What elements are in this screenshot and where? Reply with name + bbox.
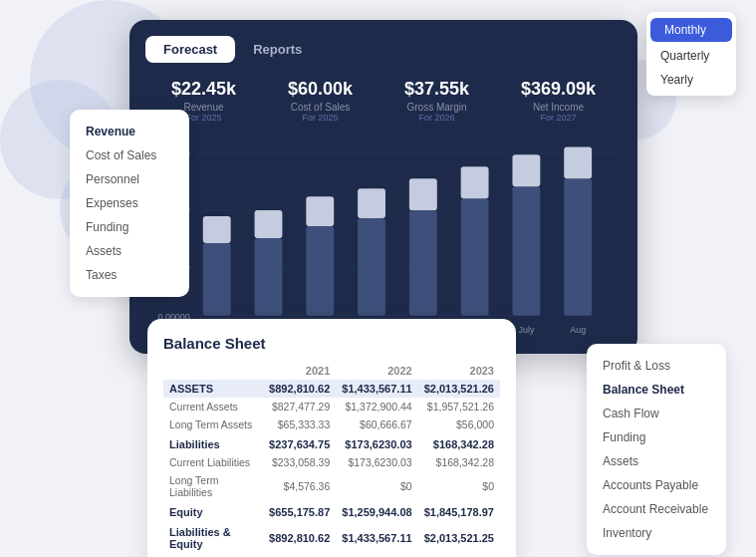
period-yearly[interactable]: Yearly (646, 68, 736, 92)
table-cell: $2,013,521.26 (418, 380, 500, 398)
table-cell: $0 (336, 471, 417, 501)
menu-assets2[interactable]: Assets (587, 449, 726, 473)
menu-funding[interactable]: Funding (587, 425, 726, 449)
table-cell: $892,810.62 (263, 380, 336, 398)
table-cell: $655,175.87 (263, 501, 336, 521)
menu-expenses[interactable]: Expenses (70, 191, 189, 215)
table-cell: $0 (418, 471, 500, 501)
table-cell: $0 (263, 553, 336, 557)
svg-rect-11 (255, 210, 283, 238)
table-cell: Liabilities (163, 433, 263, 453)
svg-rect-17 (409, 178, 437, 210)
table-cell: $0.001 (418, 553, 500, 557)
metric-revenue-value: $22.45k (171, 79, 236, 100)
right-menu: Profit & Loss Balance Sheet Cash Flow Fu… (587, 344, 726, 555)
metric-gm: $37.55k Gross Margin For 2026 (404, 79, 469, 123)
table-cell: $827,477.29 (263, 398, 336, 416)
balance-sheet-card: Balance Sheet 2021 2022 2023 ASSETS$892,… (147, 319, 516, 557)
svg-rect-14 (358, 218, 385, 316)
table-cell: $168,342.28 (418, 453, 500, 471)
svg-rect-20 (512, 186, 540, 315)
table-cell: $1,259,944.08 (336, 501, 417, 521)
tab-bar: Forecast Reports (145, 36, 622, 63)
period-quarterly[interactable]: Quarterly (646, 44, 736, 68)
svg-text:Aug: Aug (570, 325, 586, 335)
forecast-card: Forecast Reports $22.45k Revenue For 202… (129, 20, 637, 354)
metric-ni-label: Net Income (521, 102, 596, 113)
menu-pl[interactable]: Profit & Loss (587, 354, 726, 378)
menu-funding[interactable]: Funding (70, 215, 189, 239)
table-cell: $237,634.75 (263, 433, 336, 453)
metric-gm-label: Gross Margin (404, 102, 469, 113)
metric-ni-sub: For 2027 (521, 113, 596, 123)
table-cell: $56,000 (418, 416, 500, 433)
svg-rect-12 (306, 226, 334, 316)
table-cell: $168,342.28 (418, 433, 500, 453)
menu-personnel[interactable]: Personnel (70, 167, 189, 191)
tab-reports[interactable]: Reports (235, 36, 320, 63)
table-cell: $1,433,567.11 (336, 380, 417, 398)
menu-cos[interactable]: Cost of Sales (70, 143, 189, 167)
table-cell: $60,666.67 (336, 416, 417, 433)
metric-cos-sub: For 2025 (288, 113, 353, 123)
metric-ni: $369.09k Net Income For 2027 (521, 79, 596, 123)
svg-rect-22 (564, 178, 592, 315)
table-cell: $1,845,178.97 (418, 501, 500, 521)
table-cell: $892,810.62 (263, 521, 336, 553)
table-cell: $1,433,567.11 (336, 521, 417, 553)
svg-rect-23 (564, 146, 592, 178)
metrics-row: $22.45k Revenue For 2025 $60.00k Cost of… (145, 79, 622, 123)
metric-cos-value: $60.00k (288, 79, 353, 100)
metric-cos-label: Cost of Sales (288, 102, 353, 113)
table-cell: Long Term Assets (163, 416, 263, 433)
period-dropdown: Monthly Quarterly Yearly (646, 12, 736, 96)
col-header-2023: 2023 (418, 362, 500, 380)
table-cell: Equity (163, 501, 263, 521)
svg-rect-10 (255, 238, 283, 316)
menu-taxes[interactable]: Taxes (70, 263, 189, 287)
svg-rect-19 (461, 166, 489, 198)
svg-rect-9 (203, 216, 231, 243)
table-cell: Long Term Liabilities (163, 471, 263, 501)
col-header-2021: 2021 (263, 362, 336, 380)
table-cell: ASSETS (163, 380, 263, 398)
table-cell: $4,576.36 (263, 471, 336, 501)
svg-text:July: July (518, 325, 534, 335)
metric-cos: $60.00k Cost of Sales For 2025 (288, 79, 353, 123)
svg-rect-18 (461, 198, 489, 316)
table-cell: $1,372,900.44 (336, 398, 417, 416)
metric-gm-value: $37.55k (404, 79, 469, 100)
balance-sheet-table: 2021 2022 2023 ASSETS$892,810.62$1,433,5… (163, 362, 500, 557)
menu-inventory[interactable]: Inventory (587, 521, 726, 545)
bar-chart: 3000.00 2000.00 1000.00 0.00000 (145, 139, 622, 338)
table-cell: $65,333.33 (263, 416, 336, 433)
metric-gm-sub: For 2026 (404, 113, 469, 123)
tab-forecast[interactable]: Forecast (145, 36, 235, 63)
menu-assets[interactable]: Assets (70, 239, 189, 263)
chart-area: 3000.00 2000.00 1000.00 0.00000 (145, 139, 622, 338)
metric-ni-value: $369.09k (521, 79, 596, 100)
col-header-2022: 2022 (336, 362, 417, 380)
menu-ap[interactable]: Accounts Payable (587, 473, 726, 497)
menu-bs[interactable]: Balance Sheet (587, 378, 726, 402)
svg-rect-8 (203, 243, 231, 316)
table-cell: Liabilities & Equity (163, 521, 263, 553)
table-cell: $173,6230.03 (336, 453, 417, 471)
table-cell: $173,6230.03 (336, 433, 417, 453)
table-cell: $0 (336, 553, 417, 557)
table-cell: $1,957,521.26 (418, 398, 500, 416)
svg-rect-21 (512, 154, 540, 186)
period-monthly[interactable]: Monthly (650, 18, 732, 42)
left-menu: Revenue Cost of Sales Personnel Expenses… (70, 110, 189, 297)
table-cell: $233,058.39 (263, 453, 336, 471)
col-header-label (163, 362, 263, 380)
menu-ar[interactable]: Account Receivable (587, 497, 726, 521)
balance-sheet-title: Balance Sheet (163, 335, 500, 352)
svg-rect-15 (358, 188, 385, 218)
menu-revenue[interactable]: Revenue (70, 120, 189, 143)
svg-rect-16 (409, 210, 437, 316)
table-cell: $2,013,521.25 (418, 521, 500, 553)
menu-cf[interactable]: Cash Flow (587, 402, 726, 425)
table-cell: Current Assets (163, 398, 263, 416)
table-cell: Check (163, 553, 263, 557)
